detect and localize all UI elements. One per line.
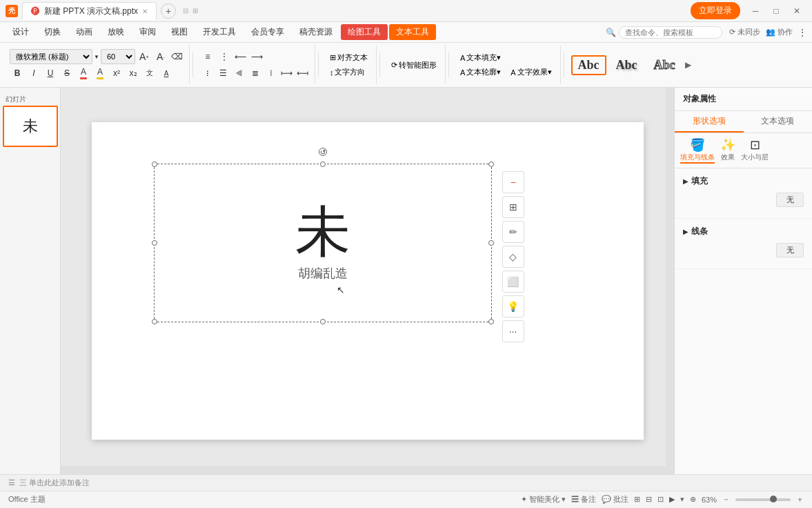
align-center-btn[interactable]: ☰ bbox=[216, 66, 231, 81]
handle-mid-left[interactable] bbox=[152, 240, 157, 246]
zoom-slider[interactable] bbox=[735, 498, 791, 501]
notes-status-btn[interactable]: ☰ 备注 bbox=[571, 494, 596, 505]
text-direction-btn[interactable]: ↕ 文字方向 bbox=[326, 66, 370, 79]
canvas-scrollbar-v[interactable] bbox=[666, 88, 674, 474]
side-edit-btn[interactable]: ✏ bbox=[502, 221, 524, 243]
align-left-btn[interactable]: ⫶ bbox=[200, 66, 215, 81]
stroke-section-header[interactable]: ▶ 线条 bbox=[683, 226, 804, 237]
underline-style-btn[interactable]: A bbox=[159, 66, 174, 81]
text-box[interactable]: ↺ 未 胡编乱造 − ⊞ ✏ ◇ ⬜ bbox=[154, 164, 492, 322]
fill-section-header[interactable]: ▶ 填充 bbox=[683, 175, 804, 187]
more-text-styles-icon[interactable]: ▶ bbox=[685, 60, 691, 70]
view-normal-btn[interactable]: ⊞ bbox=[634, 495, 640, 504]
strikethrough-btn[interactable]: S bbox=[59, 66, 75, 81]
col-outdent-btn[interactable]: ⟻ bbox=[295, 66, 310, 81]
tab-review[interactable]: 审阅 bbox=[132, 23, 163, 41]
font-size-select[interactable]: 60 bbox=[101, 49, 135, 64]
superscript-btn[interactable]: x² bbox=[109, 66, 124, 81]
side-layers-btn[interactable]: ⊞ bbox=[502, 196, 524, 218]
collaborate-btn[interactable]: 👥 协作 bbox=[766, 27, 793, 37]
text-outline-btn[interactable]: A 文本轮廓▾ bbox=[456, 66, 505, 79]
tab-animation[interactable]: 动画 bbox=[69, 23, 99, 41]
comment-btn[interactable]: 💬 批注 bbox=[602, 494, 628, 505]
text-fill-btn[interactable]: A 文本填充▾ bbox=[456, 51, 505, 64]
text-effect-btn[interactable]: A 文字效果▾ bbox=[506, 66, 555, 79]
handle-top-center[interactable] bbox=[320, 162, 326, 167]
font-family-select[interactable]: 微软雅黑 (标题) bbox=[10, 49, 92, 64]
clear-format-btn[interactable]: ⌫ bbox=[170, 49, 185, 64]
more-options-icon[interactable]: ⋮ bbox=[798, 28, 806, 37]
subscript-btn[interactable]: x₂ bbox=[126, 66, 141, 81]
rp-subtab-effect[interactable]: ✨ 效果 bbox=[720, 137, 735, 164]
increase-font-btn[interactable]: A+ bbox=[137, 49, 152, 64]
side-shape-btn[interactable]: ◇ bbox=[502, 246, 524, 268]
abc-style-btn-2[interactable]: Abc bbox=[609, 55, 644, 75]
fill-icon: 🪣 bbox=[690, 137, 705, 153]
bold-btn[interactable]: B bbox=[10, 66, 25, 81]
rp-subtab-size[interactable]: ⊡ 大小与层 bbox=[741, 137, 769, 164]
tab-devtools[interactable]: 开发工具 bbox=[196, 23, 243, 41]
underline-btn[interactable]: U bbox=[43, 66, 58, 81]
col-indent-btn[interactable]: ⟼ bbox=[279, 66, 295, 81]
file-tab[interactable]: 🅟 新建 PPTX 演示文稿.pptx ✕ bbox=[22, 2, 157, 20]
tab-switch[interactable]: 切换 bbox=[37, 23, 68, 41]
abc-style-btn-3[interactable]: Abc bbox=[647, 55, 682, 75]
italic-btn[interactable]: I bbox=[26, 66, 41, 81]
canvas-scrollbar-h[interactable] bbox=[61, 466, 666, 474]
rp-tab-text[interactable]: 文本选项 bbox=[744, 111, 813, 133]
rp-subtab-fill[interactable]: 🪣 填充与线条 bbox=[680, 137, 715, 164]
handle-top-right[interactable] bbox=[488, 162, 494, 167]
fit-text-btn[interactable]: ⊞ 对齐文本 bbox=[326, 51, 372, 64]
side-idea-btn[interactable]: 💡 bbox=[502, 295, 524, 318]
rotate-handle[interactable]: ↺ bbox=[319, 148, 327, 156]
tab-view[interactable]: 视图 bbox=[164, 23, 195, 41]
tab-close-btn[interactable]: ✕ bbox=[142, 8, 148, 15]
side-copy-btn[interactable]: ⬜ bbox=[502, 271, 524, 293]
side-remove-btn[interactable]: − bbox=[502, 171, 524, 193]
distributed-btn[interactable]: ⁞ bbox=[264, 66, 279, 81]
tab-text[interactable]: 文本工具 bbox=[389, 24, 436, 40]
text-color-btn[interactable]: A bbox=[76, 66, 91, 81]
convert-shape-btn[interactable]: ⟳ 转智能图形 bbox=[387, 59, 441, 72]
close-btn[interactable]: ✕ bbox=[787, 3, 806, 19]
slide-thumbnail-1[interactable]: 未 bbox=[3, 106, 58, 147]
zoom-in-btn[interactable]: ＋ bbox=[796, 494, 804, 505]
fit-page-btn[interactable]: ⊕ bbox=[690, 495, 696, 504]
beautify-btn[interactable]: ✦ 智能美化 ▾ bbox=[521, 494, 566, 505]
zoom-out-btn[interactable]: － bbox=[722, 494, 730, 505]
indent-increase-btn[interactable]: ⟶ bbox=[250, 49, 265, 64]
indent-decrease-btn[interactable]: ⟵ bbox=[233, 49, 248, 64]
tab-design[interactable]: 设计 bbox=[6, 23, 36, 41]
handle-bottom-center[interactable] bbox=[320, 319, 326, 324]
numbered-list-btn[interactable]: ⋮ bbox=[217, 49, 232, 64]
view-read-btn[interactable]: ⊡ bbox=[657, 495, 664, 504]
handle-mid-right[interactable] bbox=[488, 240, 494, 246]
view-grid-btn[interactable]: ⊟ bbox=[646, 495, 652, 504]
decrease-font-btn[interactable]: A- bbox=[153, 49, 168, 64]
minimize-btn[interactable]: ─ bbox=[746, 3, 765, 19]
present-btn[interactable]: ▶ bbox=[669, 495, 675, 504]
side-more-btn[interactable]: ··· bbox=[502, 320, 524, 342]
highlight-btn[interactable]: A bbox=[92, 66, 108, 81]
bullet-list-btn[interactable]: ≡ bbox=[200, 49, 215, 64]
maximize-btn[interactable]: □ bbox=[766, 3, 786, 19]
font-dropdown-icon[interactable]: ▼ bbox=[94, 54, 99, 60]
notes-bar[interactable]: ☰ 三 单击此处添加备注 bbox=[0, 474, 812, 491]
rp-tab-shape[interactable]: 形状选项 bbox=[675, 111, 744, 133]
abc-style-btn-1[interactable]: Abc bbox=[571, 55, 606, 75]
tab-gaoke[interactable]: 稿壳资源 bbox=[293, 23, 339, 41]
align-right-btn[interactable]: ⫷ bbox=[232, 66, 247, 81]
char-spacing-btn[interactable]: 文 bbox=[142, 66, 157, 81]
unsync-btn[interactable]: ⟳ 未同步 bbox=[729, 27, 760, 37]
present-options-btn[interactable]: ▾ bbox=[680, 495, 684, 504]
tab-vip[interactable]: 会员专享 bbox=[244, 23, 291, 41]
tab-slideshow[interactable]: 放映 bbox=[101, 23, 131, 41]
handle-top-left[interactable] bbox=[152, 162, 157, 167]
login-button[interactable]: 立即登录 bbox=[691, 2, 740, 19]
search-input[interactable] bbox=[619, 26, 722, 39]
handle-bottom-right[interactable] bbox=[488, 319, 494, 324]
handle-bottom-left[interactable] bbox=[152, 319, 157, 324]
tab-draw[interactable]: 绘图工具 bbox=[341, 24, 388, 40]
new-tab-btn[interactable]: + bbox=[161, 3, 176, 19]
justify-btn[interactable]: ≣ bbox=[248, 66, 263, 81]
